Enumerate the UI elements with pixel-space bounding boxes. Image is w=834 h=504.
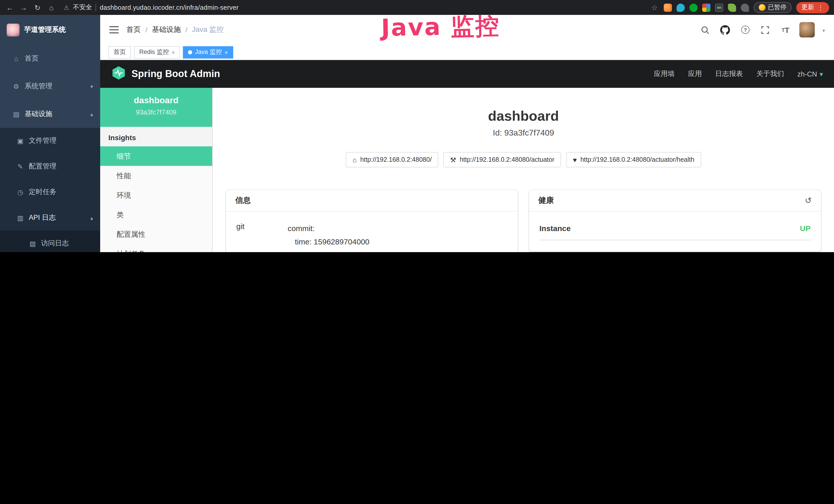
bookmark-star-icon[interactable] — [650, 3, 659, 12]
sba-navbar: Spring Boot Admin 应用墙 应用 日志报表 关于我们 zh-CN — [100, 60, 834, 88]
breadcrumb-home[interactable]: 首页 — [126, 25, 141, 35]
breadcrumb-infrastructure[interactable]: 基础设施 — [152, 25, 181, 35]
on-label: on — [716, 4, 723, 11]
dashboard-icon: ⌂ — [11, 55, 21, 62]
endpoint-links: http://192.168.0.2:48080/ http://192.168… — [226, 152, 821, 167]
insights-item-environment[interactable]: 环境 — [100, 185, 212, 205]
tags-view: 首页 Redis 监控 × Java 监控 × — [100, 45, 834, 60]
instance-details-view: dashboard Id: 93a3fc7f7409 http://192.16… — [213, 88, 834, 252]
forward-icon[interactable]: → — [19, 3, 28, 12]
avatar-chevron-down-icon[interactable] — [822, 25, 825, 35]
gear-icon: ⚙ — [11, 83, 21, 90]
close-icon[interactable]: × — [224, 49, 228, 55]
health-url-link[interactable]: http://192.168.0.2:48080/actuator/health — [566, 152, 701, 167]
nav-journal[interactable]: 日志报表 — [715, 69, 743, 78]
base-url-link[interactable]: http://192.168.0.2:48080/ — [346, 152, 438, 167]
emoji-face-icon — [759, 4, 765, 11]
breadcrumb-separator: / — [185, 26, 188, 34]
insights-section-label: Insights — [100, 127, 212, 146]
chevron-down-icon — [820, 70, 823, 78]
instance-label: Instance — [540, 224, 571, 233]
breadcrumb-separator: / — [146, 26, 148, 34]
sidebar-item-scheduled-tasks[interactable]: ◷ 定时任务 — [0, 179, 100, 205]
insights-item-performance[interactable]: 性能 — [100, 166, 212, 185]
address-bar[interactable]: 不安全 dashboard.yudao.iocoder.cn/infra/adm… — [61, 3, 645, 12]
cards-grid: 信息 git commit: time: 1596289704000 id: 2 — [226, 190, 821, 252]
page-title: dashboard — [226, 108, 821, 124]
home-icon — [353, 156, 357, 164]
switch-on-extension-icon[interactable]: on — [715, 3, 723, 12]
sidebar-item-api-logs[interactable]: ▥ API 日志 — [0, 205, 100, 231]
browser-home-icon[interactable]: ⌂ — [47, 3, 56, 12]
instance-header[interactable]: dashboard 93a3fc7f7409 — [100, 88, 212, 127]
update-button[interactable]: 更新 ⋮ — [796, 2, 829, 13]
sidebar-item-file-management[interactable]: ▣ 文件管理 — [0, 128, 100, 154]
insights-item-details[interactable]: 细节 — [100, 146, 212, 166]
git-key: git — [236, 222, 288, 231]
file-icon: ▣ — [16, 137, 25, 144]
sba-body: dashboard 93a3fc7f7409 Insights 细节 性能 环境… — [100, 88, 834, 252]
chevron-up-icon — [90, 111, 93, 117]
screenshot-root: Java 监控 ← → ↻ ⌂ 不安全 dashboard.yudao.ioco… — [0, 0, 834, 252]
nav-applications[interactable]: 应用 — [688, 69, 702, 78]
separator — [96, 4, 96, 11]
tab-home[interactable]: 首页 — [108, 46, 131, 58]
app-sidebar: 芋道管理系统 ⌂ 首页 ⚙ 系统管理 ▤ 基础设施 — [0, 15, 100, 252]
git-row: git commit: time: 1596289704000 id: 27aa… — [236, 216, 507, 252]
tab-java-monitor[interactable]: Java 监控 × — [183, 46, 233, 58]
list-icon: ▥ — [16, 214, 25, 222]
sidebar-item-home[interactable]: ⌂ 首页 — [0, 45, 100, 72]
sidebar-item-infrastructure[interactable]: ▤ 基础设施 — [0, 100, 100, 128]
fullscreen-icon[interactable] — [759, 25, 772, 34]
reload-icon[interactable]: ↻ — [33, 3, 42, 12]
sidebar-item-config-management[interactable]: ✎ 配置管理 — [0, 154, 100, 179]
actuator-url-link[interactable]: http://192.168.0.2:48080/actuator — [444, 152, 561, 167]
leaf-extension-icon[interactable] — [728, 3, 736, 12]
instance-name: dashboard — [100, 95, 212, 106]
insights-item-classes[interactable]: 类 — [100, 205, 212, 224]
locale-select[interactable]: zh-CN — [797, 70, 823, 78]
clock-icon: ◷ — [16, 188, 25, 196]
github-icon[interactable] — [719, 25, 731, 35]
heart-icon — [573, 156, 577, 164]
close-icon[interactable]: × — [172, 49, 175, 55]
back-icon[interactable]: ← — [5, 3, 14, 12]
app-title: 芋道管理系统 — [24, 25, 66, 35]
health-card: 健康 Instance UP — [529, 190, 821, 252]
nav-wallboard[interactable]: 应用墙 — [654, 69, 675, 78]
paused-badge[interactable]: 已暂停 — [753, 2, 792, 13]
health-card-header: 健康 — [529, 190, 821, 211]
pin-extension-icon[interactable] — [741, 3, 749, 12]
breadcrumb: 首页 / 基础设施 / Java 监控 — [126, 25, 224, 35]
info-card-header: 信息 — [226, 190, 518, 211]
chevron-down-icon — [90, 84, 93, 89]
sidebar-item-access-logs[interactable]: ▧ 访问日志 — [0, 231, 100, 252]
history-icon[interactable] — [805, 196, 812, 205]
tab-redis-monitor[interactable]: Redis 监控 × — [134, 46, 180, 58]
insights-item-scheduled-tasks[interactable]: 计划任务 — [100, 244, 212, 252]
sidebar-item-system-management[interactable]: ⚙ 系统管理 — [0, 72, 100, 100]
help-icon[interactable] — [739, 26, 751, 34]
status-badge: UP — [800, 224, 811, 233]
chevron-up-icon — [90, 215, 93, 221]
droplet-extension-icon[interactable] — [677, 3, 685, 12]
wrench-icon — [450, 156, 456, 164]
insights-item-config-props[interactable]: 配置属性 — [100, 224, 212, 244]
grid-extension-icon[interactable] — [702, 3, 710, 12]
font-size-icon[interactable] — [779, 25, 792, 34]
user-avatar[interactable] — [799, 22, 815, 38]
active-tab-dot — [188, 50, 192, 54]
hamburger-icon[interactable] — [109, 26, 119, 34]
paused-label: 已暂停 — [768, 3, 787, 12]
info-card: 信息 git commit: time: 1596289704000 id: 2 — [226, 190, 518, 252]
nav-about[interactable]: 关于我们 — [756, 69, 784, 78]
fox-extension-icon[interactable] — [664, 3, 672, 12]
search-icon[interactable] — [699, 25, 711, 34]
browser-menu-icon[interactable]: ⋮ — [817, 4, 824, 11]
sba-brand[interactable]: Spring Boot Admin — [132, 68, 220, 79]
spring-boot-admin-logo — [111, 66, 126, 82]
app-shell: 芋道管理系统 ⌂ 首页 ⚙ 系统管理 ▤ 基础设施 — [0, 15, 834, 252]
evernote-extension-icon[interactable] — [689, 3, 698, 12]
app-logo[interactable]: 芋道管理系统 — [0, 15, 100, 45]
infrastructure-submenu: ▣ 文件管理 ✎ 配置管理 ◷ 定时任务 ▥ API 日志 — [0, 128, 100, 252]
